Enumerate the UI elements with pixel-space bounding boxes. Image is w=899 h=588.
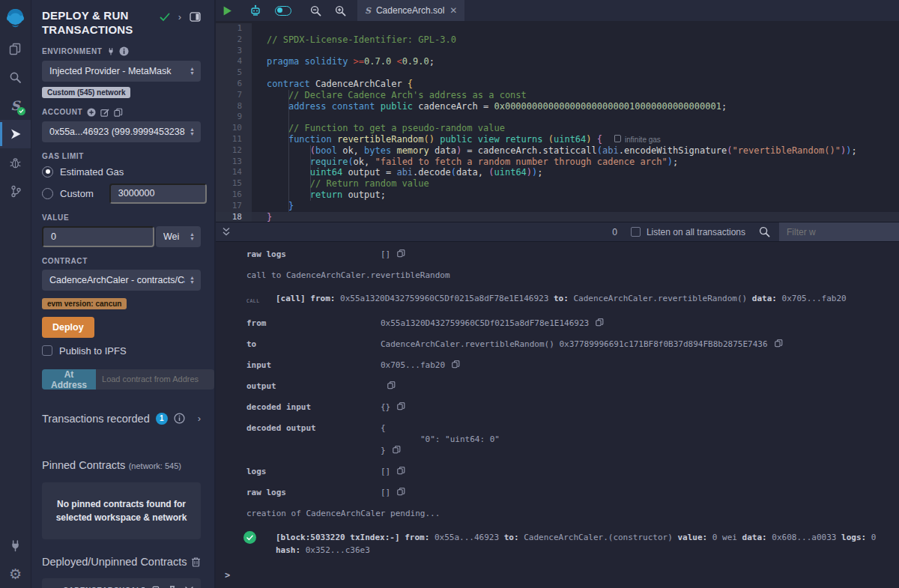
copy-icon[interactable]	[397, 401, 405, 410]
add-account-icon[interactable]	[87, 108, 96, 117]
copy-icon[interactable]	[397, 466, 405, 475]
clear-contracts-trash-icon[interactable]	[191, 557, 201, 567]
code-line: 16 return output;	[216, 190, 899, 201]
estimated-gas-option[interactable]: Estimated Gas	[42, 166, 201, 178]
solidity-file-icon: S	[365, 6, 371, 16]
copy-icon[interactable]	[397, 249, 405, 258]
publish-ipfs-option[interactable]: Publish to IPFS	[42, 345, 201, 357]
custom-gas-radio[interactable]	[42, 188, 53, 199]
listen-all-checkbox[interactable]	[631, 227, 641, 237]
remix-logo[interactable]	[0, 0, 31, 34]
sidebar-item-plugin-manager[interactable]	[0, 531, 31, 560]
sidebar-item-debugger[interactable]	[0, 148, 31, 177]
code-line: 4pragma solidity >=0.7.0 <0.9.0;	[216, 56, 899, 67]
copy-icon[interactable]	[393, 445, 401, 454]
deploy-button[interactable]: Deploy	[42, 317, 94, 338]
environment-select[interactable]: Injected Provider - MetaMask ▲▼	[42, 61, 201, 82]
sidebar-item-settings[interactable]: ⚙	[0, 560, 31, 588]
code-line: 5	[216, 67, 899, 79]
account-select[interactable]: 0x55a...46923 (999.9999453238 ▲▼	[42, 121, 201, 142]
code-line: 2// SPDX-License-Identifier: GPL-3.0	[216, 34, 899, 46]
sidebar-item-deploy-run[interactable]	[0, 120, 31, 148]
terminal-line: raw logs[]	[216, 249, 899, 260]
run-script-button[interactable]	[216, 0, 239, 21]
sidebar-item-solidity-compiler[interactable]: S	[0, 91, 31, 120]
terminal-header: 0 Listen on all transactions	[216, 222, 899, 242]
select-stepper-icon: ▲▼	[190, 276, 195, 284]
debugger-bug-icon	[9, 157, 22, 169]
terminal-line: decoded output{ "0": "uint64: 0"}	[216, 422, 899, 456]
env-info-icon[interactable]	[119, 46, 129, 56]
select-stepper-icon: ▲▼	[190, 67, 195, 75]
terminal-collapse-icon[interactable]	[216, 227, 237, 237]
terminal-line: output	[216, 381, 899, 392]
ai-copilot-toggle[interactable]	[268, 0, 298, 21]
at-address-input[interactable]	[96, 369, 214, 390]
code-line: 6contract CadenceArchCaler {	[216, 79, 899, 90]
zoom-in-icon	[335, 5, 346, 16]
toggle-icon	[275, 6, 291, 16]
terminal-filter-input[interactable]	[779, 222, 899, 242]
code-line: 15 // Return random value	[216, 178, 899, 190]
plug-icon	[9, 539, 22, 552]
panel-forward-icon[interactable]: ›	[178, 12, 181, 22]
code-lines: 12// SPDX-License-Identifier: GPL-3.034p…	[216, 21, 899, 222]
code-line: 8 address constant public cadenceArch = …	[216, 101, 899, 112]
copy-icon[interactable]	[387, 381, 396, 390]
pin-panel-icon[interactable]	[190, 12, 201, 22]
icon-strip: S ⚙	[0, 0, 31, 588]
environment-label: ENVIRONMENT	[42, 46, 201, 56]
copy-icon[interactable]	[775, 339, 783, 348]
robot-icon	[249, 4, 261, 16]
tx-expand-icon[interactable]: ›	[198, 413, 201, 423]
contract-select[interactable]: CadenceArchCaler - contracts/Cac ▲▼	[42, 270, 201, 291]
sidebar-item-search[interactable]	[0, 63, 31, 91]
tab-cadencearch-sol[interactable]: S CadenceArch.sol ✕	[357, 0, 464, 21]
tab-label: CadenceArch.sol	[376, 5, 444, 16]
copy-account-icon[interactable]	[114, 108, 123, 117]
value-input[interactable]	[42, 226, 154, 247]
code-line: 12 (bool ok, bytes memory data) = cadenc…	[216, 145, 899, 157]
gas-limit-label: GAS LIMIT	[42, 152, 201, 160]
remixai-button[interactable]	[239, 0, 268, 21]
custom-gas-input[interactable]	[109, 184, 207, 204]
terminal-line: decoded input{}	[216, 401, 899, 413]
code-line: 14 uint64 output = abi.decode(data, (uin…	[216, 167, 899, 178]
copy-icon[interactable]	[596, 318, 604, 327]
git-branch-icon	[10, 185, 22, 198]
estimated-gas-radio[interactable]	[42, 166, 53, 178]
code-line: 17 }	[216, 201, 899, 212]
at-address-button[interactable]: At Address	[42, 369, 96, 390]
sidebar-item-git[interactable]	[0, 177, 31, 205]
edit-account-icon[interactable]	[100, 108, 109, 117]
copy-icon[interactable]	[397, 487, 405, 496]
custom-gas-option[interactable]: Custom	[42, 184, 201, 204]
code-line: 11 function revertibleRandom() public vi…	[216, 134, 899, 145]
panel-title: DEPLOY & RUN TRANSACTIONS	[42, 9, 154, 37]
terminal-line: [block:5033220 txIndex:-] from: 0x55a...…	[216, 531, 899, 557]
code-editor[interactable]: 12// SPDX-License-Identifier: GPL-3.034p…	[216, 21, 899, 222]
terminal-line: creation of CadenceArchCaler pending...	[216, 508, 899, 519]
terminal-search-icon[interactable]	[759, 226, 770, 237]
copy-icon[interactable]	[452, 360, 460, 369]
main-area: S CadenceArch.sol ✕ 12// SPDX-License-Id…	[216, 0, 899, 588]
terminal: 0 Listen on all transactions raw logs[]c…	[216, 222, 899, 588]
code-line: 7 // Declare Cadence Arch's address as a…	[216, 90, 899, 101]
tab-close-icon[interactable]: ✕	[450, 5, 457, 16]
publish-ipfs-checkbox[interactable]	[42, 345, 52, 356]
code-line: 9	[216, 112, 899, 123]
transactions-recorded[interactable]: Transactions recorded 1 ›	[31, 401, 214, 437]
env-plug-icon[interactable]	[107, 47, 115, 55]
deploy-run-panel: DEPLOY & RUN TRANSACTIONS › ENVIRONMENT …	[31, 0, 216, 588]
code-line: 13 require(ok, "failed to fetch a random…	[216, 157, 899, 168]
sidebar-item-file-explorer[interactable]	[0, 34, 31, 63]
zoom-out-button[interactable]	[298, 0, 328, 21]
terminal-prompt[interactable]: >	[216, 570, 899, 588]
pin-contract-icon[interactable]	[168, 586, 177, 588]
zoom-in-button[interactable]	[328, 0, 353, 21]
tx-info-icon[interactable]	[174, 413, 185, 424]
terminal-line: toCadenceArchCaler.revertibleRandom() 0x…	[216, 339, 899, 350]
value-unit-select[interactable]: Wei ▲▼	[156, 226, 201, 247]
terminal-tx-count: 0	[612, 227, 617, 237]
play-icon	[223, 6, 232, 16]
